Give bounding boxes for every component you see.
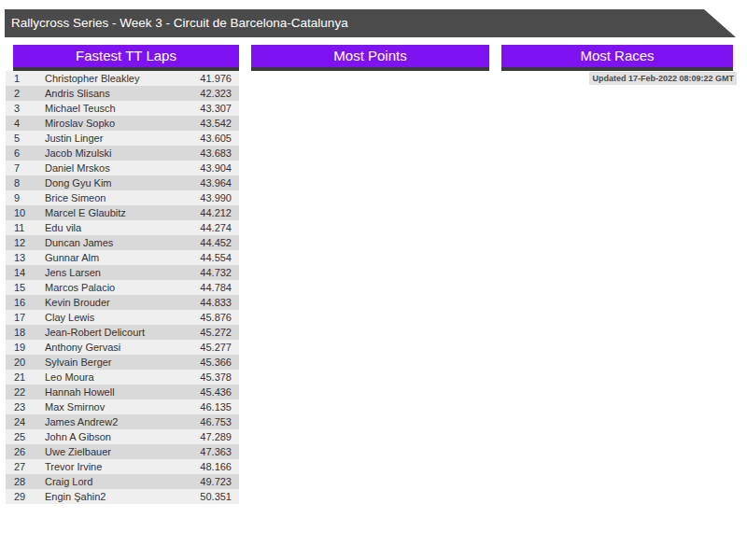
table-row: 20Sylvain Berger45.366 xyxy=(6,355,239,370)
time-cell: 43.964 xyxy=(200,175,239,190)
rank-cell: 22 xyxy=(6,385,45,399)
table-row: 23Max Smirnov46.135 xyxy=(6,399,239,414)
title-bar: Rallycross Series - Week 3 - Circuit de … xyxy=(5,9,736,37)
name-cell: Clay Lewis xyxy=(45,310,200,325)
name-cell: Gunnar Alm xyxy=(45,250,200,265)
name-cell: Brice Simeon xyxy=(45,190,200,205)
rank-cell: 20 xyxy=(6,355,45,370)
name-cell: John A Gibson xyxy=(45,429,200,444)
time-cell: 45.378 xyxy=(200,370,239,385)
table-row: 25John A Gibson47.289 xyxy=(6,429,239,444)
name-cell: Jens Larsen xyxy=(45,265,200,280)
time-cell: 43.904 xyxy=(200,161,239,175)
rank-cell: 18 xyxy=(6,325,45,340)
name-cell: Kevin Brouder xyxy=(45,295,200,310)
name-cell: Leo Moura xyxy=(45,370,200,385)
table-row: 24James Andrew246.753 xyxy=(6,414,239,429)
time-cell: 43.542 xyxy=(200,116,239,131)
rank-cell: 19 xyxy=(6,340,45,355)
name-cell: Miroslav Sopko xyxy=(45,116,200,131)
table-row: 4Miroslav Sopko43.542 xyxy=(6,116,239,131)
rank-cell: 25 xyxy=(6,429,45,444)
time-cell: 47.289 xyxy=(200,429,239,444)
name-cell: Marcos Palacio xyxy=(45,280,200,295)
table-row: 28Craig Lord49.723 xyxy=(6,474,239,489)
updated-timestamp: Updated 17-Feb-2022 08:09:22 GMT xyxy=(589,72,737,85)
table-row: 19Anthony Gervasi45.277 xyxy=(6,340,239,355)
rank-cell: 5 xyxy=(6,131,45,146)
rank-cell: 17 xyxy=(6,310,45,325)
rank-cell: 9 xyxy=(6,190,45,205)
time-cell: 43.605 xyxy=(200,131,239,146)
time-cell: 45.366 xyxy=(200,355,239,370)
time-cell: 45.277 xyxy=(200,340,239,355)
name-cell: Craig Lord xyxy=(45,474,200,489)
table-row: 21Leo Moura45.378 xyxy=(6,370,239,385)
name-cell: Jacob Mizulski xyxy=(45,146,200,161)
time-cell: 46.753 xyxy=(200,414,239,429)
name-cell: Duncan James xyxy=(45,235,200,250)
time-cell: 48.166 xyxy=(200,459,239,474)
time-cell: 44.833 xyxy=(200,295,239,310)
time-cell: 44.554 xyxy=(200,250,239,265)
section-header-most-points: Most Points xyxy=(251,45,489,71)
name-cell: Daniel Mrskos xyxy=(45,161,200,175)
table-row: 15Marcos Palacio44.784 xyxy=(6,280,239,295)
time-cell: 46.135 xyxy=(200,399,239,414)
name-cell: Engin Şahin2 xyxy=(45,489,200,504)
table-row: 16Kevin Brouder44.833 xyxy=(6,295,239,310)
rank-cell: 11 xyxy=(6,220,45,235)
name-cell: Christopher Bleakley xyxy=(45,71,200,86)
time-cell: 45.876 xyxy=(200,310,239,325)
name-cell: Jean-Robert Delicourt xyxy=(45,325,200,340)
time-cell: 47.363 xyxy=(200,444,239,459)
time-cell: 44.784 xyxy=(200,280,239,295)
table-row: 17Clay Lewis45.876 xyxy=(6,310,239,325)
time-cell: 43.990 xyxy=(200,190,239,205)
table-row: 27Trevor Irvine48.166 xyxy=(6,459,239,474)
rank-cell: 10 xyxy=(6,205,45,220)
table-row: 8Dong Gyu Kim43.964 xyxy=(6,175,239,190)
name-cell: James Andrew2 xyxy=(45,414,200,429)
name-cell: Dong Gyu Kim xyxy=(45,175,200,190)
time-cell: 44.732 xyxy=(200,265,239,280)
name-cell: Michael Teusch xyxy=(45,101,200,116)
time-cell: 49.723 xyxy=(200,474,239,489)
time-cell: 42.323 xyxy=(200,86,239,101)
name-cell: Anthony Gervasi xyxy=(45,340,200,355)
name-cell: Trevor Irvine xyxy=(45,459,200,474)
table-row: 10Marcel E Glaubitz44.212 xyxy=(6,205,239,220)
table-row: 22Hannah Howell45.436 xyxy=(6,385,239,399)
name-cell: Andris Slisans xyxy=(45,86,200,101)
rank-cell: 1 xyxy=(6,71,45,86)
time-cell: 50.351 xyxy=(200,489,239,504)
time-cell: 43.683 xyxy=(200,146,239,161)
time-cell: 44.212 xyxy=(200,205,239,220)
name-cell: Marcel E Glaubitz xyxy=(45,205,200,220)
rank-cell: 24 xyxy=(6,414,45,429)
rank-cell: 2 xyxy=(6,86,45,101)
rank-cell: 23 xyxy=(6,399,45,414)
time-cell: 43.307 xyxy=(200,101,239,116)
name-cell: Max Smirnov xyxy=(45,399,200,414)
rank-cell: 26 xyxy=(6,444,45,459)
rank-cell: 12 xyxy=(6,235,45,250)
rank-cell: 27 xyxy=(6,459,45,474)
table-row: 5Justin Linger43.605 xyxy=(6,131,239,146)
rank-cell: 29 xyxy=(6,489,45,504)
table-row: 26Uwe Zielbauer47.363 xyxy=(6,444,239,459)
table-row: 7Daniel Mrskos43.904 xyxy=(6,161,239,175)
table-row: 12Duncan James44.452 xyxy=(6,235,239,250)
table-row: 6Jacob Mizulski43.683 xyxy=(6,146,239,161)
rank-cell: 16 xyxy=(6,295,45,310)
table-row: 1Christopher Bleakley41.976 xyxy=(6,71,239,86)
time-cell: 44.274 xyxy=(200,220,239,235)
table-row: 13Gunnar Alm44.554 xyxy=(6,250,239,265)
section-header-fastest-tt-laps: Fastest TT Laps xyxy=(13,45,239,71)
name-cell: Justin Linger xyxy=(45,131,200,146)
name-cell: Sylvain Berger xyxy=(45,355,200,370)
table-row: 18Jean-Robert Delicourt45.272 xyxy=(6,325,239,340)
rank-cell: 6 xyxy=(6,146,45,161)
time-cell: 44.452 xyxy=(200,235,239,250)
time-cell: 45.436 xyxy=(200,385,239,399)
